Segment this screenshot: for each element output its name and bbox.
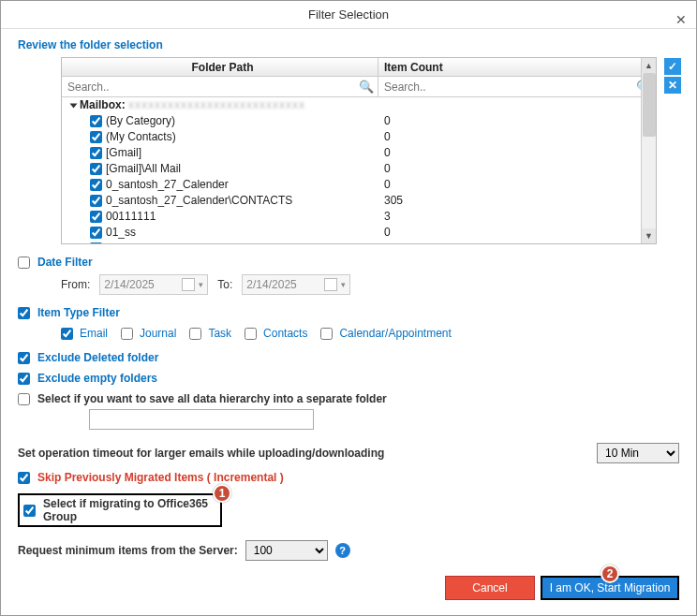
search-item-count-input[interactable]	[382, 80, 632, 95]
skip-previous-checkbox[interactable]	[18, 472, 30, 484]
row-checkbox[interactable]	[90, 227, 102, 239]
window-title: Filter Selection	[308, 7, 389, 22]
to-label: To:	[217, 278, 232, 291]
chevron-down-icon[interactable]: ▾	[199, 280, 203, 289]
row-checkbox[interactable]	[90, 163, 102, 175]
column-header-item-count[interactable]: Item Count	[378, 58, 656, 77]
chevron-down-icon[interactable]: ▾	[341, 280, 346, 289]
from-date-value: 2/14/2025	[104, 278, 154, 291]
from-date-input[interactable]: 2/14/2025 ▾	[99, 274, 208, 295]
row-count: 0	[378, 113, 656, 129]
office365-label: Select if migrating to Office365 Group	[43, 497, 216, 523]
help-icon[interactable]: ?	[335, 543, 350, 558]
office365-group-row: Select if migrating to Office365 Group 1	[18, 493, 222, 527]
start-migration-button[interactable]: I am OK, Start Migration 2	[541, 576, 679, 600]
exclude-deleted-label: Exclude Deleted folder	[37, 351, 158, 364]
item-type-filter-label: Item Type Filter	[37, 306, 120, 319]
journal-label: Journal	[140, 327, 176, 340]
row-label: [Gmail]\All Mail	[106, 161, 181, 177]
uncheck-all-button[interactable]: ✕	[664, 77, 681, 94]
item-type-filter-checkbox[interactable]	[18, 307, 30, 319]
check-all-button[interactable]: ✓	[664, 58, 681, 75]
task-checkbox[interactable]	[189, 328, 201, 340]
separate-folder-input[interactable]	[89, 409, 314, 430]
request-min-select[interactable]: 100	[245, 540, 328, 561]
window-titlebar: Filter Selection ✕	[1, 1, 696, 29]
contacts-checkbox[interactable]	[245, 328, 257, 340]
row-count: 3	[378, 209, 656, 225]
table-row-mailbox[interactable]: Mailbox: xxxxxxxxxxxxxxxxxxxxxxxxxxx	[62, 97, 656, 113]
date-filter-label: Date Filter	[37, 256, 93, 269]
table-row[interactable]: [Gmail]\All Mail 0	[62, 161, 656, 177]
table-row[interactable]: (By Category) 0	[62, 113, 656, 129]
row-checkbox[interactable]	[90, 211, 102, 223]
journal-checkbox[interactable]	[121, 328, 133, 340]
row-label: (By Category)	[106, 113, 175, 129]
row-label: 0_santosh_27_Calender\CONTACTS	[106, 193, 292, 209]
row-count: 0	[378, 177, 656, 193]
cancel-button[interactable]: Cancel	[445, 576, 535, 600]
start-button-label: I am OK, Start Migration	[550, 581, 671, 594]
row-checkbox[interactable]	[90, 242, 102, 243]
column-header-folder-path[interactable]: Folder Path	[62, 58, 378, 77]
row-label: 00111111	[106, 209, 156, 225]
separate-folder-checkbox[interactable]	[18, 393, 30, 405]
search-icon[interactable]: 🔍	[359, 80, 374, 94]
exclude-empty-checkbox[interactable]	[18, 373, 30, 385]
table-row[interactable]: 0_santosh_27_Calender 0	[62, 177, 656, 193]
calendar-icon	[182, 278, 195, 291]
annotation-badge-2: 2	[601, 565, 619, 583]
calendar-label: Calendar/Appointment	[339, 327, 451, 340]
row-label: (My Contacts)	[106, 129, 176, 145]
search-folder-path-input[interactable]	[66, 80, 355, 95]
scroll-up-icon[interactable]: ▲	[642, 58, 656, 73]
close-icon[interactable]: ✕	[675, 6, 687, 34]
row-count: 0	[378, 145, 656, 161]
annotation-badge-1: 1	[213, 484, 231, 503]
table-row[interactable]: 0_santosh_27_Calender\CONTACTS 305	[62, 193, 656, 209]
calendar-icon	[324, 278, 337, 291]
office365-checkbox[interactable]	[23, 505, 36, 517]
email-label: Email	[80, 327, 108, 340]
table-row[interactable]: [Gmail] 0	[62, 145, 656, 161]
to-date-input[interactable]: 2/14/2025 ▾	[242, 274, 350, 295]
mailbox-label: Mailbox:	[80, 97, 126, 113]
table-row[interactable]: 01_ss\qte4 8	[62, 241, 656, 243]
cancel-button-label: Cancel	[472, 581, 507, 594]
folder-rows: Mailbox: xxxxxxxxxxxxxxxxxxxxxxxxxxx (By…	[62, 97, 656, 243]
exclude-empty-label: Exclude empty folders	[37, 372, 157, 385]
scroll-down-icon[interactable]: ▼	[642, 228, 656, 243]
exclude-deleted-checkbox[interactable]	[18, 352, 30, 364]
contacts-label: Contacts	[263, 327, 307, 340]
calendar-checkbox[interactable]	[320, 328, 333, 340]
from-label: From:	[61, 278, 90, 291]
section-review-label: Review the folder selection	[18, 38, 679, 51]
task-label: Task	[208, 327, 231, 340]
date-filter-checkbox[interactable]	[18, 257, 30, 269]
table-row[interactable]: 01_ss 0	[62, 225, 656, 241]
row-checkbox[interactable]	[90, 179, 102, 191]
timeout-select[interactable]: 10 Min	[597, 443, 679, 463]
table-row[interactable]: (My Contacts) 0	[62, 129, 656, 145]
row-label: 01_ss	[106, 225, 136, 241]
email-checkbox[interactable]	[61, 328, 73, 340]
row-count: 0	[378, 129, 656, 145]
request-min-label: Request minimum items from the Server:	[18, 544, 238, 557]
row-checkbox[interactable]	[90, 131, 102, 143]
scroll-thumb[interactable]	[643, 73, 656, 137]
row-checkbox[interactable]	[90, 147, 102, 159]
skip-previous-label: Skip Previously Migrated Items ( Increme…	[37, 471, 284, 484]
row-label: [Gmail]	[106, 145, 141, 161]
row-checkbox[interactable]	[90, 195, 102, 207]
row-count: 305	[378, 193, 656, 209]
row-count: 0	[378, 225, 656, 241]
row-count: 8	[378, 241, 656, 243]
mailbox-address: xxxxxxxxxxxxxxxxxxxxxxxxxxx	[128, 97, 305, 113]
chevron-down-icon[interactable]	[70, 103, 78, 108]
separate-folder-label: Select if you want to save all data hier…	[37, 392, 387, 405]
scrollbar[interactable]: ▲ ▼	[641, 58, 656, 243]
row-checkbox[interactable]	[90, 115, 102, 127]
timeout-label: Set operation timeout for larger emails …	[18, 447, 384, 460]
table-row[interactable]: 00111111 3	[62, 209, 656, 225]
row-count: 0	[378, 161, 656, 177]
